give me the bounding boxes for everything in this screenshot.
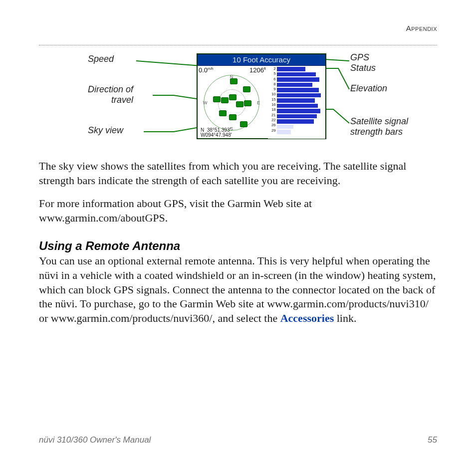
- callout-elevation: Elevation: [350, 83, 387, 94]
- coordinates: N 38°51.393' W094°47.948': [201, 128, 232, 138]
- sky-view-panel: 0.0m/h 1206ft N S E W: [198, 66, 268, 139]
- callout-direction: Direction of travel: [88, 84, 133, 105]
- callout-gps-status: GPS Status: [350, 52, 376, 73]
- gps-figure: Speed Direction of travel Sky view GPS S…: [39, 49, 437, 154]
- gps-status-bar: 10 Foot Accuracy: [198, 54, 325, 66]
- signal-bars: [277, 66, 325, 139]
- subheading-remote-antenna: Using a Remote Antenna: [39, 239, 437, 253]
- page-footer: nüvi 310/360 Owner's Manual 55: [39, 435, 437, 445]
- speed-value: 0.0m/h: [199, 66, 214, 74]
- header-rule: [39, 45, 437, 45]
- bar-labels: 2 5 6 8 9 10 15 16 18 21 22 26 29: [268, 66, 277, 139]
- gps-screen: 10 Foot Accuracy 0.0m/h 1206ft N S E W: [197, 53, 326, 139]
- callout-sky-view: Sky view: [88, 125, 123, 136]
- compass-icon: N S E W: [204, 75, 259, 131]
- callout-speed: Speed: [88, 54, 114, 64]
- footer-title: nüvi 310/360 Owner's Manual: [39, 435, 151, 445]
- signal-bars-panel: 2 5 6 8 9 10 15 16 18 21 22 26 29: [268, 66, 325, 139]
- footer-page-number: 55: [428, 435, 437, 445]
- manual-page: Appendix Speed Direction of travel Sky v…: [0, 0, 476, 476]
- page-header: Appendix: [39, 20, 437, 30]
- paragraph-sky-view: The sky view shows the satellites from w…: [39, 159, 437, 188]
- section-label: Appendix: [406, 24, 437, 32]
- callout-signal-bars: Satellite signal strength bars: [350, 116, 408, 137]
- elevation-value: 1206ft: [249, 66, 266, 74]
- paragraph-remote-antenna: You can use an optional external remote …: [39, 254, 437, 325]
- accessories-link[interactable]: Accessories: [280, 312, 334, 324]
- paragraph-gps-info: For more information about GPS, visit th…: [39, 197, 437, 225]
- svg-line-0: [136, 61, 201, 66]
